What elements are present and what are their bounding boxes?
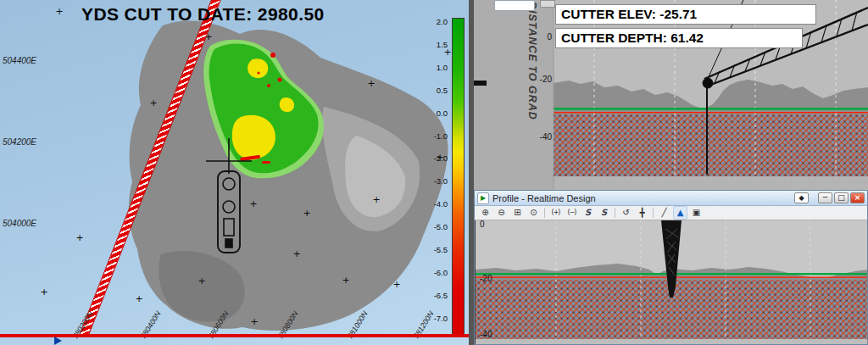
window-titlebar[interactable]: ▶ Profile - Realtime Design ◆─□× — [475, 191, 867, 206]
profile-chart-area[interactable] — [475, 220, 867, 344]
separator — [544, 208, 545, 218]
elevation-color-scale — [452, 18, 465, 335]
grid-cross-marker: + — [40, 287, 47, 298]
profile-toolbar: ⊕⊖⊞⊙(+)(−)SS↺╋╱▲▣ — [475, 206, 867, 220]
grid-cross-marker: + — [292, 248, 300, 259]
refresh-icon[interactable]: ↺ — [619, 206, 633, 220]
profile-realtime-design-window: ▶ Profile - Realtime Design ◆─□× ⊕⊖⊞⊙(+)… — [474, 190, 868, 345]
smoothing-alt-icon[interactable]: S — [597, 206, 611, 220]
cutter-profile-panel: DISTANCE TO GRAD CUTTER ELEV: -25.71 CUT… — [474, 0, 868, 190]
cutter-depth-readout: CUTTER DEPTH: 61.42 — [555, 28, 803, 48]
scale-label: 1.5 — [422, 40, 448, 49]
grid-cross-marker: + — [392, 279, 400, 290]
scale-label: -5.0 — [422, 222, 448, 231]
color-scale-labels: 2.01.51.00.50.0-1.0-2.0-3.0-4.0-5.0-5.5-… — [422, 0, 449, 345]
window-app-icon: ▶ — [477, 192, 489, 204]
cutter-head-icon — [703, 78, 713, 88]
smoothing-icon[interactable]: S — [581, 206, 595, 220]
zoom-out-icon[interactable]: ⊖ — [494, 206, 509, 220]
undredged-material-hatch — [554, 114, 868, 176]
separator — [653, 208, 654, 218]
snapshot-icon[interactable]: ▲ — [673, 206, 687, 220]
elevation-marker — [474, 81, 487, 86]
grid-cross-marker: + — [198, 275, 205, 287]
expand-range-icon[interactable]: (+) — [548, 206, 563, 220]
dredge-map-canvas[interactable] — [0, 0, 469, 345]
scale-label: 1.0 — [422, 63, 448, 72]
zoom-window-icon[interactable]: ⊞ — [510, 206, 525, 220]
grid-cross-marker: + — [249, 198, 257, 209]
scale-label: -7.0 — [422, 314, 448, 323]
grid-cross-marker: + — [342, 275, 349, 286]
maximize-button[interactable]: □ — [834, 192, 849, 203]
overdepth-line — [554, 112, 868, 113]
easting-label: 504200E — [3, 137, 36, 147]
yards-cut-title: YDS CUT TO DATE: 2980.50 — [81, 4, 325, 25]
profile-chart-canvas[interactable] — [476, 220, 867, 344]
grid-cross-marker: + — [367, 78, 375, 89]
grid-cross-marker: + — [75, 232, 83, 243]
zoom-extents-icon[interactable]: ⊙ — [526, 206, 541, 220]
minimize-button[interactable]: ─ — [818, 192, 832, 203]
separator — [615, 208, 615, 218]
grid-cross-marker: + — [303, 208, 310, 219]
scale-label: -6.0 — [422, 268, 448, 277]
close-button[interactable]: × — [850, 192, 865, 203]
plan-view-map-panel: YDS CUT TO DATE: 2980.50 +++++++++++++++… — [0, 0, 469, 345]
grid-cross-marker: + — [135, 293, 142, 304]
zoom-in-icon[interactable]: ⊕ — [478, 206, 492, 220]
grid-cross-marker: + — [372, 194, 380, 205]
window-controls: ◆─□× — [793, 192, 865, 203]
scale-label: -4.0 — [422, 199, 448, 209]
scale-label: -2.0 — [422, 153, 448, 163]
easting-label: 504000E — [3, 219, 36, 228]
scale-label: 0.5 — [422, 86, 448, 95]
background-window-buttons-fragment — [540, 0, 555, 8]
pan-icon[interactable]: ╋ — [635, 206, 649, 220]
scale-label: 2.0 — [422, 17, 448, 26]
map-boundary-line — [0, 334, 469, 337]
grid-cross-marker: + — [149, 97, 157, 109]
position-pointer-icon — [54, 337, 62, 345]
design-grade-line — [554, 108, 868, 110]
vertical-axis-label: DISTANCE TO GRAD — [526, 2, 538, 120]
scale-label: -6.5 — [422, 291, 448, 300]
grid-cross-marker: + — [250, 316, 258, 327]
window-title: Profile - Realtime Design — [492, 193, 793, 203]
copy-view-icon[interactable]: ▣ — [689, 206, 704, 220]
easting-label: 504400E — [3, 56, 36, 65]
shrink-range-icon[interactable]: (−) — [565, 206, 579, 220]
diamond-button[interactable]: ◆ — [794, 192, 809, 203]
cutter-elev-readout: CUTTER ELEV: -25.71 — [555, 4, 816, 25]
grid-cross-marker: + — [55, 6, 63, 17]
scale-label: -3.0 — [422, 176, 448, 186]
background-window-fragment — [494, 0, 535, 11]
measure-icon[interactable]: ╱ — [657, 206, 671, 220]
scale-label: 0.0 — [422, 109, 448, 118]
scale-label: -1.0 — [422, 131, 448, 141]
scale-label: -5.5 — [422, 245, 448, 254]
panel-divider — [469, 0, 474, 345]
